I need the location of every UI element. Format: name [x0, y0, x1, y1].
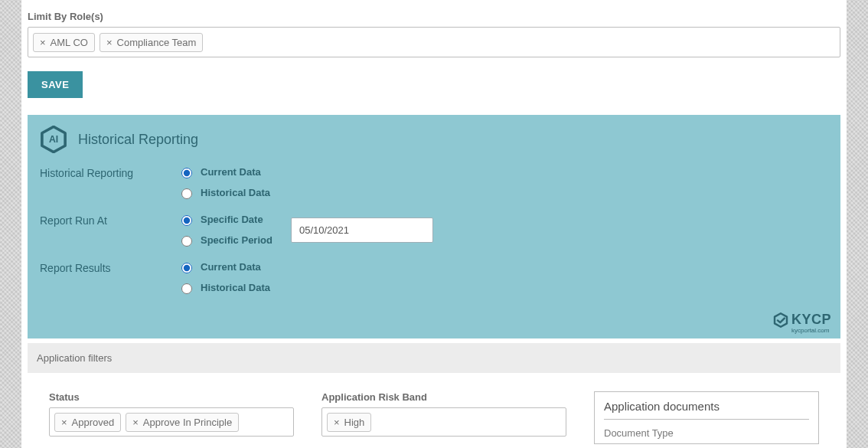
run-at-date-input[interactable] — [291, 217, 433, 243]
hr-reporting-current-label[interactable]: Current Data — [201, 166, 261, 178]
hr-reporting-historical-label[interactable]: Historical Data — [201, 187, 270, 198]
role-tag[interactable]: × AML CO — [33, 33, 95, 52]
save-button[interactable]: SAVE — [28, 71, 83, 98]
hr-reporting-label: Historical Reporting — [40, 165, 178, 179]
hr-runat-specific-date-label[interactable]: Specific Date — [201, 214, 263, 225]
ai-hex-icon: AI — [40, 126, 67, 153]
kycp-hex-icon — [773, 312, 788, 328]
historical-reporting-title: Historical Reporting — [78, 132, 198, 148]
remove-tag-icon[interactable]: × — [40, 38, 46, 47]
hr-runat-specific-date-radio[interactable] — [181, 215, 192, 226]
status-tag[interactable]: × Approved — [54, 413, 121, 432]
remove-tag-icon[interactable]: × — [61, 417, 67, 427]
status-tag[interactable]: × Approve In Principle — [126, 413, 239, 432]
hr-runat-specific-period-label[interactable]: Specific Period — [201, 234, 272, 246]
riskband-filter-label: Application Risk Band — [321, 391, 566, 403]
hr-reporting-historical-radio[interactable] — [181, 188, 192, 199]
document-type-label: Document Type — [604, 427, 809, 439]
status-filter-input[interactable]: × Approved × Approve In Principle — [49, 407, 294, 437]
kycp-brand-text: KYCP — [791, 312, 831, 328]
status-filter-label: Status — [49, 391, 294, 403]
riskband-filter-input[interactable]: × High — [321, 407, 566, 437]
status-tag-label: Approved — [72, 417, 115, 428]
application-documents-panel: Application documents Document Type — [594, 391, 819, 444]
status-tag-label: Approve In Principle — [143, 417, 232, 428]
remove-tag-icon[interactable]: × — [132, 417, 139, 427]
historical-reporting-panel: AI Historical Reporting Historical Repor… — [28, 115, 840, 338]
riskband-tag[interactable]: × High — [327, 413, 371, 432]
role-tag-label: Compliance Team — [117, 37, 197, 48]
remove-tag-icon[interactable]: × — [334, 417, 340, 427]
riskband-tag-label: High — [344, 417, 365, 428]
hr-runat-label: Report Run At — [40, 213, 178, 227]
hr-results-historical-label[interactable]: Historical Data — [201, 282, 270, 293]
application-filters-header: Application filters — [28, 343, 840, 373]
hr-results-current-label[interactable]: Current Data — [201, 261, 261, 273]
hr-runat-specific-period-radio[interactable] — [181, 236, 192, 247]
kycp-brand-logo: KYCP kycportal.com — [773, 312, 831, 334]
hr-results-label: Report Results — [40, 260, 178, 274]
svg-marker-2 — [775, 313, 787, 327]
role-tag[interactable]: × Compliance Team — [100, 33, 203, 52]
svg-text:AI: AI — [49, 134, 58, 145]
hr-results-historical-radio[interactable] — [181, 283, 192, 294]
application-documents-title: Application documents — [604, 400, 809, 420]
hr-results-current-radio[interactable] — [181, 263, 192, 273]
remove-tag-icon[interactable]: × — [106, 38, 113, 47]
hr-reporting-current-radio[interactable] — [181, 168, 192, 178]
kycp-brand-subtext: kycportal.com — [791, 327, 829, 334]
role-tag-label: AML CO — [51, 37, 88, 48]
limit-by-roles-input[interactable]: × AML CO × Compliance Team — [28, 27, 840, 57]
limit-by-roles-label: Limit By Role(s) — [21, 11, 847, 22]
